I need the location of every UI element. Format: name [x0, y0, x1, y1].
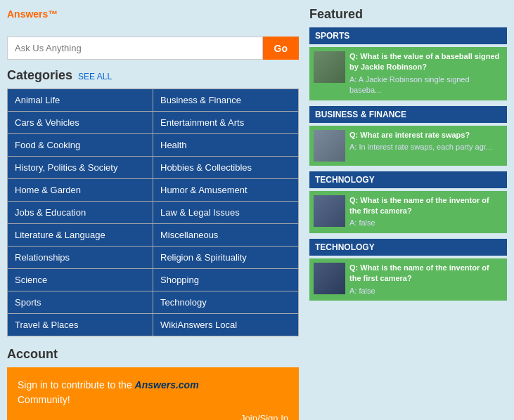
category-shopping[interactable]: Shopping	[153, 269, 298, 291]
search-bar: Go	[7, 37, 299, 60]
featured-card-tech1[interactable]: Q: What is the name of the inventor of t…	[309, 191, 507, 233]
card-answer-finance: A: In interest rate swaps, each party ag…	[349, 142, 492, 152]
section-header-tech2: TECHNOLOGY	[309, 239, 507, 256]
logo-text: Answers™	[7, 7, 58, 29]
card-answer-tech1: A: false	[349, 218, 503, 228]
card-content-tech1: Q: What is the name of the inventor of t…	[349, 195, 503, 229]
category-jobs-education[interactable]: Jobs & Education	[8, 202, 153, 223]
card-answer-tech2: A: false	[349, 286, 503, 296]
card-content-tech2: Q: What is the name of the inventor of t…	[349, 263, 503, 296]
account-box: Sign in to contribute to the Answers.com…	[7, 367, 299, 420]
category-law[interactable]: Law & Legal Issues	[153, 202, 298, 223]
category-relationships[interactable]: Relationships	[8, 247, 153, 268]
account-text: Sign in to contribute to the Answers.com…	[18, 378, 288, 407]
community-text: Community!	[18, 394, 70, 405]
category-food-cooking[interactable]: Food & Cooking	[8, 134, 153, 156]
category-religion[interactable]: Religion & Spirituality	[153, 247, 298, 268]
sign-in-text: Sign in to contribute to the	[18, 379, 132, 391]
category-business-finance[interactable]: Business & Finance	[153, 89, 298, 111]
card-answer-sports: A: A Jackie Robinson single signed baseb…	[349, 74, 503, 96]
card-thumbnail-tech2	[314, 263, 345, 294]
card-content-sports: Q: What is the value of a baseball signe…	[349, 51, 503, 96]
section-header-sports: SPORTS	[309, 27, 507, 44]
featured-title: Featured	[309, 7, 507, 22]
card-thumbnail-tech1	[314, 195, 345, 227]
left-panel: Answers™ Go Categories SEE ALL Animal Li…	[7, 7, 299, 420]
card-question-tech1: Q: What is the name of the inventor of t…	[349, 195, 503, 217]
account-section: Account Sign in to contribute to the Ans…	[7, 347, 299, 420]
section-header-finance: BUSINESS & FINANCE	[309, 106, 507, 123]
categories-title: Categories	[7, 68, 72, 83]
featured-section-finance: BUSINESS & FINANCE Q: What are interest …	[309, 106, 507, 166]
featured-card-sports[interactable]: Q: What is the value of a baseball signe…	[309, 47, 507, 100]
brand-text: Answers.com	[135, 379, 199, 391]
card-question-tech2: Q: What is the name of the inventor of t…	[349, 263, 503, 284]
join-sign-in-link[interactable]: Join/Sign In	[240, 413, 288, 420]
logo-name: Answers	[7, 8, 48, 20]
category-animal-life[interactable]: Animal Life	[8, 89, 153, 111]
featured-section-sports: SPORTS Q: What is the value of a basebal…	[309, 27, 507, 100]
category-hobbies[interactable]: Hobbies & Collectibles	[153, 157, 298, 178]
categories-header: Categories SEE ALL	[7, 68, 299, 83]
card-question-finance: Q: What are interest rate swaps?	[349, 130, 492, 140]
category-cars-vehicles[interactable]: Cars & Vehicles	[8, 112, 153, 133]
card-thumbnail-finance	[314, 130, 345, 162]
card-thumbnail-sports	[314, 51, 345, 83]
featured-section-tech2: TECHNOLOGY Q: What is the name of the in…	[309, 239, 507, 301]
category-travel[interactable]: Travel & Places	[8, 314, 153, 336]
search-button[interactable]: Go	[263, 37, 299, 60]
category-health[interactable]: Health	[153, 134, 298, 156]
category-entertainment-arts[interactable]: Entertainment & Arts	[153, 112, 298, 133]
featured-card-finance[interactable]: Q: What are interest rate swaps? A: In i…	[309, 126, 507, 166]
featured-card-tech2[interactable]: Q: What is the name of the inventor of t…	[309, 258, 507, 301]
category-technology[interactable]: Technology	[153, 291, 298, 313]
category-wikianswers-local[interactable]: WikiAnswers Local	[153, 314, 298, 336]
search-input[interactable]	[7, 37, 263, 60]
section-header-tech1: TECHNOLOGY	[309, 171, 507, 188]
logo-trademark: ™	[48, 8, 58, 20]
category-miscellaneous[interactable]: Miscellaneous	[153, 224, 298, 246]
see-all-link[interactable]: SEE ALL	[78, 72, 112, 81]
card-question-sports: Q: What is the value of a baseball signe…	[349, 51, 503, 73]
category-history-politics[interactable]: History, Politics & Society	[8, 157, 153, 178]
category-sports[interactable]: Sports	[8, 291, 153, 313]
categories-grid: Animal Life Business & Finance Cars & Ve…	[7, 88, 299, 336]
category-science[interactable]: Science	[8, 269, 153, 291]
category-humor[interactable]: Humor & Amusement	[153, 179, 298, 201]
featured-section-tech1: TECHNOLOGY Q: What is the name of the in…	[309, 171, 507, 233]
category-literature[interactable]: Literature & Language	[8, 224, 153, 246]
logo: Answers™	[7, 7, 299, 29]
account-title: Account	[7, 347, 299, 362]
card-content-finance: Q: What are interest rate swaps? A: In i…	[349, 130, 492, 162]
category-home-garden[interactable]: Home & Garden	[8, 179, 153, 201]
right-panel: Featured SPORTS Q: What is the value of …	[309, 7, 507, 420]
